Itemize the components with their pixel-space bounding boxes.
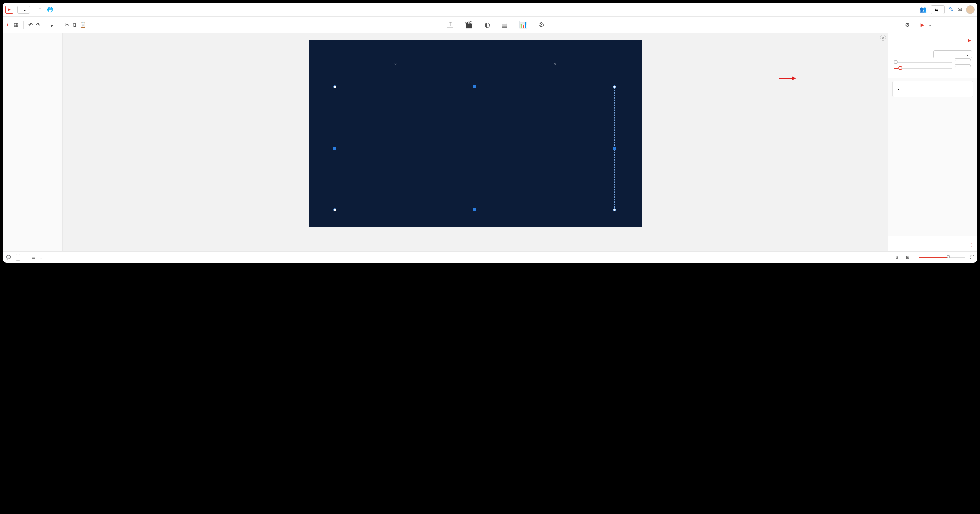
media-icon: 🎬 (465, 21, 473, 28)
chevron-down-icon: ⌄ (897, 86, 900, 91)
start-select[interactable]: ⌄ (933, 50, 972, 58)
tab-format[interactable] (937, 25, 949, 25)
current-slide-number[interactable] (16, 254, 20, 261)
preview-button[interactable]: ▶ (968, 38, 972, 43)
notes-button[interactable]: 🗎 (895, 255, 901, 260)
placeholder-header[interactable]: ⌄ (895, 84, 970, 94)
resize-handle[interactable] (473, 208, 476, 211)
menubar: ▶ ⌄ 🗀 🌐 👥 ⇆ ✎ ✉ (3, 3, 977, 17)
insert-text-button[interactable]: 🅃 (447, 21, 453, 29)
tab-review[interactable] (962, 25, 974, 25)
delay-slider[interactable] (894, 68, 952, 69)
chart-selection[interactable] (335, 87, 615, 210)
resize-handle[interactable] (613, 208, 616, 211)
addons-button[interactable]: ⚙ (539, 21, 545, 29)
view-mode-select[interactable]: ▤ ⌄ (32, 255, 43, 260)
insert-table-button[interactable]: ▦ (501, 21, 508, 29)
new-slide-button[interactable]: + (6, 22, 10, 28)
text-icon: 🅃 (447, 21, 453, 28)
close-button[interactable] (961, 243, 972, 247)
format-painter-icon[interactable]: 🖌 (50, 22, 55, 28)
slide-thumbnails (3, 33, 62, 243)
zoom-slider[interactable] (919, 257, 965, 258)
animation-panel: ▶ ⌄ (888, 33, 977, 251)
duration-slider[interactable] (894, 62, 952, 63)
resize-handle[interactable] (333, 85, 336, 88)
file-menu-button[interactable]: ⌄ (18, 6, 30, 14)
shape-icon: ◐ (484, 21, 490, 28)
close-panel-icon[interactable]: ✕ (880, 35, 886, 41)
copy-icon[interactable]: ⧉ (73, 22, 76, 28)
folder-icon[interactable]: 🗀 (38, 7, 43, 12)
mail-icon[interactable]: ✉ (957, 6, 962, 13)
comments-icon[interactable]: 💬 (6, 255, 11, 260)
plus-icon: + (6, 22, 9, 28)
settings-icon[interactable]: ⚙ (905, 22, 910, 28)
slide-title (309, 40, 642, 55)
notes-icon: 🗎 (895, 255, 899, 260)
undo-icon[interactable]: ↶ (28, 22, 33, 28)
grid-icon[interactable]: ⊞ (906, 255, 909, 260)
play-button[interactable]: ▶⌄ (918, 22, 934, 27)
toolbar: + ▦ ↶ ↷ 🖌 ✂ ⧉ 📋 🅃 🎬 ◐ ▦ 📊 ⚙ ⚙ ▶⌄ (3, 17, 977, 33)
insert-shape-button[interactable]: ◐ (484, 21, 490, 29)
resize-handle[interactable] (613, 85, 616, 88)
resize-handle[interactable] (473, 85, 476, 88)
avatar[interactable] (966, 5, 975, 14)
slide[interactable] (309, 40, 642, 228)
callout-arrow-icon (780, 76, 796, 81)
tab-animate[interactable] (949, 25, 962, 25)
resize-handle[interactable] (333, 146, 336, 150)
resize-handle[interactable] (333, 208, 336, 211)
view-icon: ▤ (32, 255, 35, 260)
insert-chart-button[interactable]: 📊 (519, 21, 527, 29)
chevron-down-icon: ⌄ (39, 255, 43, 260)
insert-media-button[interactable]: 🎬 (465, 21, 473, 29)
redo-icon[interactable]: ↷ (36, 22, 40, 28)
globe-icon[interactable]: 🌐 (47, 7, 53, 13)
layout-icon[interactable]: ▦ (14, 22, 19, 28)
canvas[interactable]: ✕ (63, 33, 888, 251)
chevron-down-icon: ⌄ (928, 22, 932, 27)
app-logo-icon: ▶ (5, 6, 13, 14)
fit-icon[interactable]: ⛶ (970, 255, 974, 260)
new-badge (29, 245, 31, 245)
panel-tab-gallery[interactable] (33, 244, 63, 251)
share-button[interactable]: ⇆ (931, 5, 945, 14)
addons-icon: ⚙ (539, 21, 545, 28)
slide-panel (3, 33, 63, 251)
duration-input[interactable] (955, 58, 970, 61)
paste-icon[interactable]: 📋 (80, 22, 86, 28)
chevron-down-icon: ⌄ (23, 7, 26, 12)
chevron-down-icon: ⌄ (966, 52, 969, 57)
panel-tab-library[interactable] (3, 244, 33, 251)
share-icon: ⇆ (935, 7, 938, 12)
brush-icon[interactable]: ✎ (949, 6, 953, 13)
delay-input[interactable] (955, 64, 970, 67)
play-icon: ▶ (968, 38, 971, 43)
cut-icon[interactable]: ✂ (65, 22, 69, 28)
statusbar: 💬 ▤ ⌄ 🗎 ⊞ ⛶ (3, 251, 977, 263)
resize-handle[interactable] (613, 146, 616, 150)
collaborators-icon[interactable]: 👥 (920, 6, 927, 13)
chart-icon: 📊 (519, 21, 527, 28)
play-icon: ▶ (921, 22, 924, 27)
chart (345, 89, 611, 206)
table-icon: ▦ (501, 21, 508, 28)
